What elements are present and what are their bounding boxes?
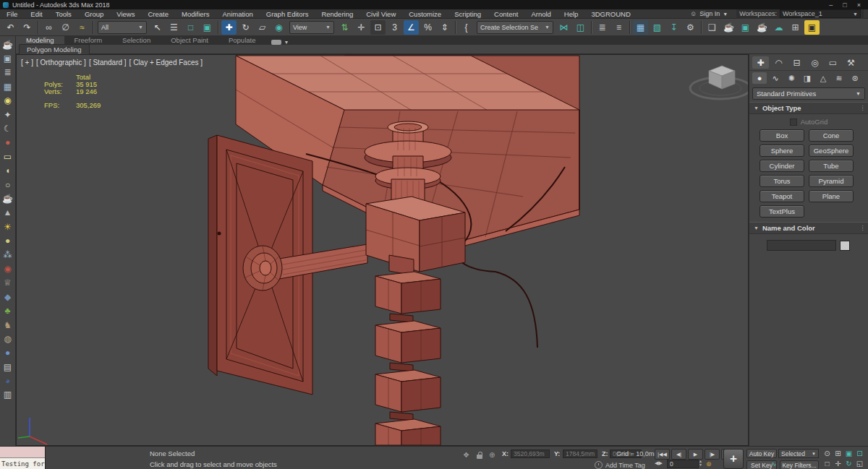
polygon-modeling-panel[interactable]: Polygon Modeling — [19, 44, 90, 54]
menu-item[interactable]: File — [0, 9, 24, 19]
angle-snap-icon[interactable]: ∠ — [404, 20, 419, 35]
curve-editor-icon[interactable]: ▦ — [633, 20, 648, 35]
menu-item[interactable]: Arnold — [524, 9, 557, 19]
viewport-menu-pov[interactable]: [ Orthographic ] — [36, 59, 86, 66]
viewport-menu-style[interactable]: [ Standard ] — [89, 59, 127, 66]
redo-icon[interactable]: ↷ — [20, 20, 35, 35]
list-script-icon[interactable]: ≣ — [1, 66, 15, 79]
time-configuration-icon[interactable]: ⊛ — [706, 460, 712, 468]
ribbon-minimize-control[interactable]: ▼ — [271, 40, 289, 45]
percent-snap-icon[interactable]: % — [420, 20, 435, 35]
crown-icon[interactable]: ♕ — [1, 276, 15, 290]
menu-item[interactable]: Customize — [402, 9, 448, 19]
menu-item[interactable]: Scripting — [448, 9, 488, 19]
menu-item[interactable]: Create — [141, 9, 175, 19]
edit-named-selection-sets-icon[interactable]: { — [459, 20, 474, 35]
button-cone[interactable]: Cone — [809, 129, 854, 142]
unlink-selection-icon[interactable]: ∅ — [58, 20, 73, 35]
previous-frame-button[interactable]: ◀| — [671, 449, 686, 460]
zoom-all-icon[interactable]: ⊞ — [833, 448, 843, 458]
menu-item[interactable]: Edit — [24, 9, 48, 19]
cp-cat-lights[interactable]: ✺ — [784, 72, 799, 84]
render-elements-icon[interactable]: ⊞ — [788, 20, 803, 35]
align-icon[interactable]: ◫ — [573, 20, 588, 35]
object-type-rollout-header[interactable]: ▼ Object Type ⁞ — [749, 103, 868, 114]
clipboard-icon[interactable]: ▤ — [1, 360, 15, 374]
zoom-extents-icon[interactable]: ▣ — [843, 448, 854, 458]
cp-tab-hierarchy[interactable]: ⊟ — [788, 56, 805, 69]
window-crossing-icon[interactable]: ▣ — [200, 20, 215, 35]
render-production-icon[interactable]: ☕ — [721, 20, 736, 35]
object-color-swatch[interactable] — [840, 241, 850, 251]
menu-item[interactable]: Tools — [49, 9, 78, 19]
select-and-link-icon[interactable]: ∞ — [41, 20, 56, 35]
undo-icon[interactable]: ↶ — [3, 20, 18, 35]
snap-toggle-3d-icon[interactable]: 3 — [387, 20, 402, 35]
cp-tab-motion[interactable]: ◎ — [807, 56, 823, 69]
maximize-viewport-icon[interactable]: ◱ — [854, 458, 865, 468]
close-button[interactable]: × — [857, 1, 861, 9]
render-setup-icon[interactable]: ⚙ — [683, 20, 698, 35]
x-coordinate-field[interactable]: 3520,693m — [511, 449, 550, 458]
stone-icon[interactable]: ◍ — [1, 332, 15, 345]
object-name-field[interactable] — [767, 240, 836, 251]
select-and-place-icon[interactable]: ◉ — [271, 20, 286, 35]
pan-icon[interactable]: ✛ — [833, 458, 843, 468]
sphere-blue-icon[interactable]: ● — [1, 346, 15, 360]
a360-cloud-icon[interactable]: ☁ — [771, 20, 786, 35]
name-and-color-rollout-header[interactable]: ▼ Name and Color ⁞ — [749, 223, 868, 234]
cp-cat-spacewarps[interactable]: ≋ — [832, 72, 846, 84]
cone-icon[interactable]: ▲ — [1, 206, 15, 220]
orbit-icon[interactable]: ↻ — [843, 458, 854, 468]
go-to-start-button[interactable]: |◀◀ — [655, 449, 670, 460]
menu-item[interactable]: Graph Editors — [260, 9, 315, 19]
render-iterative-icon[interactable]: ▣ — [738, 20, 753, 35]
cp-cat-systems[interactable]: ⊛ — [848, 72, 862, 84]
bulb-icon[interactable]: ◉ — [1, 94, 15, 108]
select-object-icon[interactable]: ↖ — [150, 20, 165, 35]
snap-toggle-2d-icon[interactable]: ⊡ — [370, 20, 386, 35]
rock-blue-icon[interactable]: ◆ — [1, 290, 15, 304]
zoom-extents-all-icon[interactable]: ⊡ — [854, 448, 865, 458]
cp-tab-display[interactable]: ▭ — [825, 56, 841, 69]
menu-item[interactable]: Animation — [216, 9, 260, 19]
lamp-icon[interactable]: ✦ — [1, 108, 15, 121]
auto-key-button[interactable]: Auto Key — [746, 449, 777, 458]
button-plane[interactable]: Plane — [809, 190, 854, 202]
select-and-scale-icon[interactable]: ▱ — [255, 20, 270, 35]
menu-item[interactable]: 3DGROUND — [584, 9, 637, 19]
cp-cat-helpers[interactable]: △ — [816, 72, 830, 84]
primitive-category-dropdown[interactable]: Standard Primitives ▼ — [752, 87, 865, 100]
spheres-red-icon[interactable]: ◉ — [1, 262, 15, 275]
cp-cat-shapes[interactable]: ∿ — [768, 72, 783, 84]
cherries-icon[interactable]: ● — [1, 136, 15, 150]
selection-lock-icon[interactable] — [477, 452, 484, 459]
plane-primitive-icon[interactable]: ▭ — [1, 150, 15, 163]
isolate-selection-icon[interactable]: ❖ — [463, 451, 469, 459]
clipboard2-icon[interactable]: ▥ — [1, 388, 15, 402]
teapot-gray-icon[interactable]: ☕ — [1, 192, 15, 205]
button-textplus[interactable]: TextPlus — [760, 205, 804, 218]
maxscript-mini-listener[interactable]: Testing for i — [0, 447, 46, 469]
script-yellow-icon[interactable]: ▣ — [804, 20, 820, 35]
absolute-offset-toggle-icon[interactable]: ⊕ — [489, 451, 495, 459]
select-and-manipulate-icon[interactable]: ✛ — [354, 20, 369, 35]
button-pyramid[interactable]: Pyramid — [809, 175, 854, 187]
frame-spinner[interactable]: ▲▼ — [699, 460, 702, 467]
orb-dark-icon[interactable]: ◕ — [1, 374, 15, 387]
minimize-button[interactable]: – — [829, 1, 833, 9]
button-cylinder[interactable]: Cylinder — [760, 160, 804, 172]
button-box[interactable]: Box — [760, 129, 804, 142]
rendered-frame-window-icon[interactable]: ❑ — [705, 20, 720, 35]
set-keys-button[interactable]: + — [723, 449, 744, 469]
current-frame-field[interactable]: 0 — [667, 460, 699, 468]
selection-set-dropdown[interactable]: Selected ▼ — [778, 449, 819, 458]
screenshot-icon[interactable]: ▣ — [1, 51, 15, 65]
layer-explorer-icon[interactable]: ≡ — [611, 20, 626, 35]
viewport-menu-shading[interactable]: [ Clay + Edged Faces ] — [129, 59, 203, 66]
listener-pane[interactable]: Testing for i — [0, 458, 45, 469]
button-geosphere[interactable]: GeoSphere — [809, 145, 854, 157]
ribbon-tab-selection[interactable]: Selection — [112, 36, 161, 45]
bind-to-space-warp-icon[interactable]: ≈ — [75, 20, 90, 35]
sphere-yellow-icon[interactable]: ● — [1, 233, 15, 247]
